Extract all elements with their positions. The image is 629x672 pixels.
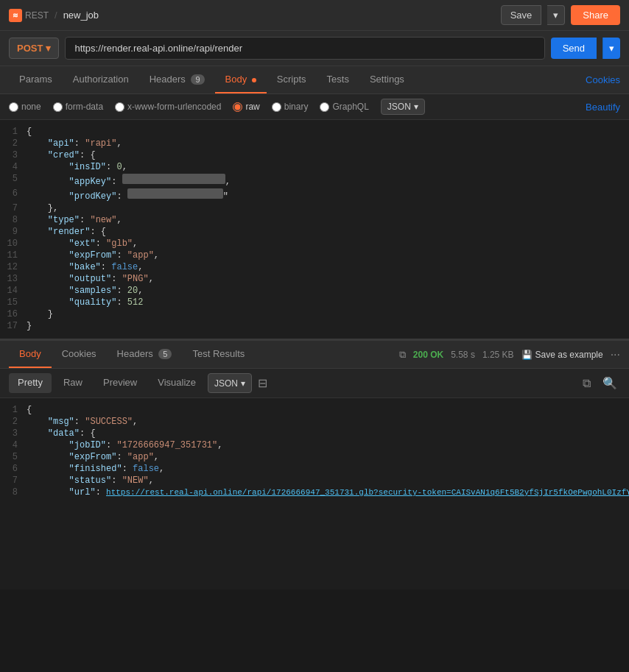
tab-settings[interactable]: Settings bbox=[359, 66, 415, 93]
line-num-1: 1 bbox=[0, 127, 27, 137]
response-tabs: Body Cookies Headers 5 Test Results ⧉ 20… bbox=[0, 341, 629, 369]
format-tab-preview[interactable]: Preview bbox=[94, 373, 146, 393]
code-line-8: 8 "type": "new", bbox=[0, 214, 629, 226]
response-tab-cookies[interactable]: Cookies bbox=[52, 341, 107, 368]
code-line-2: 2 "api": "rapi", bbox=[0, 138, 629, 149]
format-tab-pretty[interactable]: Pretty bbox=[9, 373, 52, 393]
tab-authorization[interactable]: Authorization bbox=[63, 66, 139, 93]
filter-icon[interactable]: ⊟ bbox=[255, 373, 270, 393]
code-line-10: 10 "ext": "glb", bbox=[0, 238, 629, 250]
url-input[interactable] bbox=[65, 37, 544, 60]
code-line-16: 16 } bbox=[0, 308, 629, 320]
body-options: none form-data x-www-form-urlencoded raw… bbox=[0, 94, 629, 120]
top-bar-left: ≋ REST / new_job bbox=[9, 9, 99, 22]
response-tab-tests[interactable]: Test Results bbox=[182, 341, 255, 368]
request-tabs: Params Authorization Headers 9 Body Scri… bbox=[0, 66, 629, 94]
option-urlencoded[interactable]: x-www-form-urlencoded bbox=[115, 102, 221, 112]
app-logo: ≋ REST bbox=[9, 9, 49, 22]
response-line-5: 5 "expFrom": "app", bbox=[0, 451, 629, 463]
top-bar-right: Save ▾ Share bbox=[501, 5, 620, 25]
status-badge: 200 OK bbox=[413, 350, 443, 360]
save-example-label: Save as example bbox=[535, 350, 603, 360]
code-line-12: 12 "bake": false, bbox=[0, 261, 629, 273]
option-raw[interactable]: raw bbox=[233, 102, 259, 112]
cookies-link[interactable]: Cookies bbox=[586, 74, 620, 85]
send-button[interactable]: Send bbox=[551, 38, 597, 59]
response-tab-body[interactable]: Body bbox=[9, 341, 52, 368]
json-format-label: JSON bbox=[387, 102, 411, 112]
response-time: 5.58 s bbox=[451, 350, 475, 360]
request-body-editor[interactable]: 1 { 2 "api": "rapi", 3 "cred": { 4 "insI… bbox=[0, 120, 629, 341]
response-line-3: 3 "data": { bbox=[0, 428, 629, 439]
save-dropdown-button[interactable]: ▾ bbox=[547, 5, 565, 25]
response-line-8: 8 "url": https://rest.real-api.online/ra… bbox=[0, 487, 629, 498]
format-tab-visualize[interactable]: Visualize bbox=[149, 373, 205, 393]
tab-headers[interactable]: Headers 9 bbox=[139, 66, 215, 93]
send-dropdown-button[interactable]: ▾ bbox=[602, 38, 620, 59]
method-select[interactable]: POST ▾ bbox=[9, 38, 59, 59]
save-icon: 💾 bbox=[521, 350, 533, 360]
tab-params[interactable]: Params bbox=[9, 66, 63, 93]
response-json-select[interactable]: JSON ▾ bbox=[208, 373, 252, 393]
more-options-button[interactable]: ··· bbox=[611, 348, 620, 361]
save-button[interactable]: Save bbox=[501, 5, 542, 25]
code-line-3: 3 "cred": { bbox=[0, 149, 629, 161]
json-format-select[interactable]: JSON ▾ bbox=[381, 99, 425, 115]
response-format-chevron-icon: ▾ bbox=[241, 378, 245, 389]
response-size: 1.25 KB bbox=[482, 350, 514, 360]
code-line-9: 9 "render": { bbox=[0, 226, 629, 238]
code-line-4: 4 "insID": 0, bbox=[0, 161, 629, 173]
tab-scripts[interactable]: Scripts bbox=[267, 66, 317, 93]
response-tabs-right: ⧉ 200 OK 5.58 s 1.25 KB 💾 Save as exampl… bbox=[399, 348, 620, 361]
rest-label: REST bbox=[25, 10, 49, 21]
tab-body[interactable]: Body bbox=[215, 66, 267, 93]
format-tab-raw[interactable]: Raw bbox=[55, 373, 91, 393]
copy-response-button[interactable]: ⧉ bbox=[580, 374, 594, 393]
beautify-button[interactable]: Beautify bbox=[586, 102, 620, 113]
code-line-17: 17 } bbox=[0, 320, 629, 332]
json-format-chevron-icon: ▾ bbox=[414, 102, 418, 112]
request-tabs-left: Params Authorization Headers 9 Body Scri… bbox=[9, 66, 415, 93]
response-url-link[interactable]: https://rest.real-api.online/rapi/172666… bbox=[106, 488, 629, 497]
code-line-15: 15 "quality": 512 bbox=[0, 297, 629, 308]
top-bar: ≋ REST / new_job Save ▾ Share bbox=[0, 0, 629, 31]
code-line-11: 11 "expFrom": "app", bbox=[0, 250, 629, 261]
tab-tests[interactable]: Tests bbox=[317, 66, 359, 93]
copy-icon: ⧉ bbox=[399, 349, 406, 361]
option-formdata[interactable]: form-data bbox=[53, 102, 103, 112]
method-label: POST bbox=[17, 43, 43, 54]
format-tabs: Pretty Raw Preview Visualize JSON ▾ ⊟ bbox=[9, 373, 270, 393]
url-bar: POST ▾ Send ▾ bbox=[0, 31, 629, 66]
code-line-7: 7 }, bbox=[0, 202, 629, 214]
format-right: ⧉ 🔍 bbox=[580, 373, 620, 393]
code-line-5: 5 "appKey": , bbox=[0, 173, 629, 188]
save-example-button[interactable]: 💾 Save as example bbox=[521, 350, 603, 360]
rest-icon: ≋ bbox=[9, 9, 22, 22]
share-button[interactable]: Share bbox=[571, 5, 620, 25]
breadcrumb-separator: / bbox=[55, 10, 57, 21]
code-line-14: 14 "samples": 20, bbox=[0, 285, 629, 297]
response-tab-headers[interactable]: Headers 5 bbox=[107, 341, 183, 368]
response-headers-badge: 5 bbox=[158, 349, 172, 359]
response-line-2: 2 "msg": "SUCCESS", bbox=[0, 416, 629, 428]
body-dot bbox=[252, 78, 256, 82]
headers-badge: 9 bbox=[191, 74, 204, 85]
code-line-6: 6 "prodKey": " bbox=[0, 188, 629, 202]
response-body[interactable]: 1 { 2 "msg": "SUCCESS", 3 "data": { 4 "j… bbox=[0, 398, 629, 590]
response-format-label: JSON bbox=[214, 378, 238, 389]
code-line-1: 1 { bbox=[0, 126, 629, 138]
method-chevron-icon: ▾ bbox=[46, 43, 51, 54]
response-format-bar: Pretty Raw Preview Visualize JSON ▾ ⊟ ⧉ … bbox=[0, 369, 629, 398]
option-none[interactable]: none bbox=[9, 102, 41, 112]
job-name: new_job bbox=[63, 10, 99, 21]
option-graphql[interactable]: GraphQL bbox=[320, 102, 368, 112]
body-options-left: none form-data x-www-form-urlencoded raw… bbox=[9, 99, 425, 115]
response-line-7: 7 "status": "NEW", bbox=[0, 475, 629, 487]
response-tabs-left: Body Cookies Headers 5 Test Results bbox=[9, 341, 255, 368]
search-response-button[interactable]: 🔍 bbox=[600, 373, 620, 393]
option-binary[interactable]: binary bbox=[272, 102, 309, 112]
response-line-4: 4 "jobID": "1726666947_351731", bbox=[0, 439, 629, 451]
response-line-6: 6 "finished": false, bbox=[0, 463, 629, 475]
response-line-1: 1 { bbox=[0, 404, 629, 416]
code-line-13: 13 "output": "PNG", bbox=[0, 273, 629, 285]
